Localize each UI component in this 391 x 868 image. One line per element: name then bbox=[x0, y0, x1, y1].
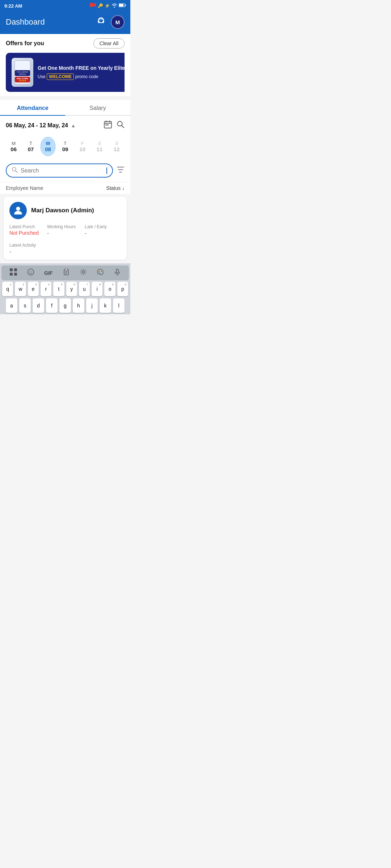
offers-title: Offers for you bbox=[6, 40, 44, 47]
svg-marker-1 bbox=[94, 3, 96, 7]
latest-activity-col: Latest Activity - bbox=[9, 243, 121, 255]
kb-key-d[interactable]: d bbox=[33, 298, 44, 313]
kb-emoji-grid-btn[interactable] bbox=[7, 267, 20, 278]
latest-punch-col: Latest Punch Not Punched bbox=[9, 224, 46, 236]
date-range-text: 06 May, 24 - 12 May, 24 ▲ bbox=[6, 122, 76, 129]
kb-gif-btn[interactable]: GIF bbox=[42, 269, 55, 277]
kb-key-s[interactable]: s bbox=[19, 298, 31, 313]
svg-rect-37 bbox=[116, 269, 118, 273]
kb-key-p[interactable]: 0p bbox=[117, 282, 128, 296]
status-icons: 🔑 ⚡ bbox=[90, 3, 126, 9]
employee-name-column-header: Employee Name bbox=[6, 185, 43, 191]
status-time: 9:22 AM bbox=[4, 3, 22, 9]
day-sat[interactable]: S 11 bbox=[92, 137, 107, 156]
filter-button[interactable] bbox=[117, 166, 125, 176]
kb-row-2: a s d f g h j k l bbox=[2, 298, 128, 313]
svg-rect-20 bbox=[10, 268, 13, 271]
search-icon-btn[interactable] bbox=[117, 120, 125, 131]
clear-all-button[interactable]: Clear All bbox=[93, 38, 125, 48]
kb-key-l[interactable]: l bbox=[113, 298, 125, 313]
working-hours-col: Working Hours - bbox=[47, 224, 83, 236]
kb-key-h[interactable]: h bbox=[73, 298, 84, 313]
kb-key-k[interactable]: k bbox=[100, 298, 111, 313]
svg-point-35 bbox=[100, 270, 101, 271]
kb-key-a[interactable]: a bbox=[6, 298, 17, 313]
date-action-icons bbox=[104, 120, 125, 131]
svg-rect-12 bbox=[105, 124, 107, 125]
latest-activity-value: - bbox=[9, 248, 121, 255]
svg-point-33 bbox=[99, 271, 100, 272]
search-icon bbox=[12, 167, 18, 174]
promo-code: WELCOME bbox=[47, 73, 74, 80]
employee-list-header: Employee Name Status ↓ bbox=[0, 182, 130, 194]
kb-row-1: 1q 2w 3e 4r 5t 6y 7u 8i 9o 0p bbox=[2, 282, 128, 296]
day-mon[interactable]: M 06 bbox=[6, 137, 21, 156]
kb-key-u[interactable]: 7u bbox=[79, 282, 90, 296]
svg-rect-28 bbox=[65, 269, 67, 270]
svg-point-26 bbox=[31, 271, 32, 272]
employee-avatar bbox=[9, 202, 27, 219]
latest-punch-label: Latest Punch bbox=[9, 224, 46, 229]
svg-rect-22 bbox=[10, 273, 13, 276]
status-bar: 9:22 AM 🔑 ⚡ bbox=[0, 0, 130, 12]
wifi-icon bbox=[112, 3, 117, 9]
kb-key-e[interactable]: 3e bbox=[28, 282, 39, 296]
video-icon bbox=[90, 3, 96, 9]
chevron-up-icon: ▲ bbox=[71, 123, 76, 128]
offer-card-1[interactable]: FOR LIMITED PERIOD WELCOME OFFER Get One… bbox=[6, 53, 125, 92]
calendar-icon-btn[interactable] bbox=[104, 120, 112, 131]
svg-point-36 bbox=[98, 272, 99, 273]
day-thu[interactable]: T 09 bbox=[57, 137, 73, 156]
tab-attendance[interactable]: Attendance bbox=[0, 100, 65, 115]
day-fri[interactable]: F 10 bbox=[75, 137, 90, 156]
kb-key-f[interactable]: f bbox=[46, 298, 58, 313]
offers-header: Offers for you Clear All bbox=[6, 38, 125, 48]
latest-activity-label: Latest Activity bbox=[9, 243, 121, 248]
employee-header: Marj Dawson (Admin) bbox=[9, 202, 121, 219]
search-input[interactable] bbox=[21, 167, 104, 174]
search-section bbox=[0, 161, 130, 182]
phone-screen: FOR LIMITED PERIOD WELCOME OFFER bbox=[14, 60, 30, 84]
kb-key-w[interactable]: 2w bbox=[15, 282, 26, 296]
late-early-col: Late / Early - bbox=[85, 224, 121, 236]
day-tue[interactable]: T 07 bbox=[23, 137, 38, 156]
user-avatar[interactable]: M bbox=[111, 15, 125, 29]
kb-key-q[interactable]: 1q bbox=[2, 282, 13, 296]
kb-key-g[interactable]: g bbox=[59, 298, 71, 313]
offer-phone-image: FOR LIMITED PERIOD WELCOME OFFER bbox=[12, 58, 33, 87]
status-column-label: Status bbox=[106, 185, 121, 191]
kb-key-i[interactable]: 8i bbox=[92, 282, 102, 296]
kb-clipboard-btn[interactable] bbox=[60, 268, 72, 278]
date-range-label: 06 May, 24 - 12 May, 24 bbox=[6, 122, 68, 129]
employee-name: Marj Dawson (Admin) bbox=[31, 207, 94, 214]
kb-key-t[interactable]: 5t bbox=[53, 282, 64, 296]
keyboard-toolbar: GIF bbox=[1, 265, 129, 280]
search-input-wrap bbox=[6, 163, 113, 178]
headset-icon-btn[interactable] bbox=[96, 16, 106, 28]
tabs-section: Attendance Salary bbox=[0, 100, 130, 116]
svg-rect-21 bbox=[14, 268, 17, 271]
offer-cards-container: FOR LIMITED PERIOD WELCOME OFFER Get One… bbox=[6, 53, 125, 92]
kb-smiley-btn[interactable] bbox=[25, 268, 37, 278]
text-cursor bbox=[106, 167, 107, 174]
status-sort-button[interactable]: Status ↓ bbox=[106, 185, 125, 191]
welcome-badge: WELCOME OFFER bbox=[15, 77, 30, 82]
avatar-initial: M bbox=[115, 19, 120, 25]
offer-text-content: Get One Month FREE on Yearly Elite Plan … bbox=[38, 65, 125, 80]
kb-palette-btn[interactable] bbox=[94, 268, 106, 278]
kb-key-j[interactable]: j bbox=[86, 298, 98, 313]
kb-settings-btn[interactable] bbox=[77, 268, 89, 278]
kb-key-y[interactable]: 6y bbox=[66, 282, 77, 296]
kb-key-r[interactable]: 4r bbox=[41, 282, 51, 296]
days-row: M 06 T 07 W 08 T 09 F 10 S 11 S 12 bbox=[6, 135, 125, 161]
kb-mic-btn[interactable] bbox=[112, 268, 123, 278]
tab-salary[interactable]: Salary bbox=[65, 100, 130, 115]
day-wed[interactable]: W 08 bbox=[40, 137, 56, 156]
day-sun[interactable]: S 12 bbox=[109, 137, 125, 156]
kb-key-o[interactable]: 9o bbox=[104, 282, 115, 296]
bluetooth-icon: ⚡ bbox=[105, 3, 110, 8]
employee-card-1[interactable]: Marj Dawson (Admin) Latest Punch Not Pun… bbox=[4, 197, 127, 260]
svg-point-25 bbox=[29, 271, 30, 272]
dashboard-title: Dashboard bbox=[6, 17, 45, 27]
header: Dashboard M bbox=[0, 12, 130, 34]
